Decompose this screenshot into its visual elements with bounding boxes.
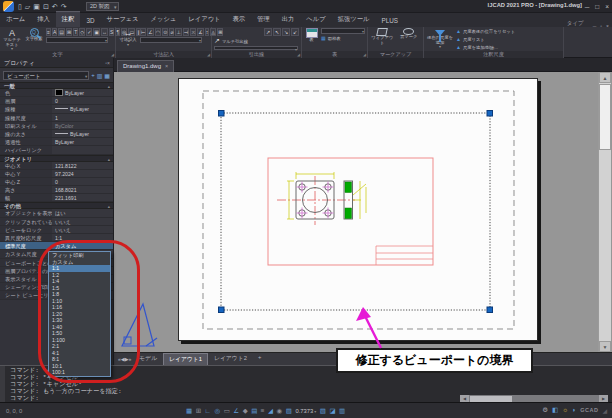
quick-select-icon[interactable]: +	[91, 72, 95, 79]
leader-tool-icon[interactable]: ↘	[282, 28, 290, 36]
status-toggle-icon[interactable]: ◢	[268, 406, 273, 416]
property-row[interactable]: 異尺度対応尺度 1:1	[0, 234, 113, 242]
ribbon-tab[interactable]: 注釈	[56, 11, 81, 27]
status-toggle-icon[interactable]: ∠	[233, 406, 239, 416]
property-row[interactable]: 中心 Z 0	[0, 178, 113, 186]
text-style-combo[interactable]	[46, 37, 108, 43]
ribbon-tab[interactable]: 出力	[276, 12, 301, 27]
app-logo-icon[interactable]	[3, 1, 14, 12]
viewport-boundary[interactable]	[221, 113, 490, 310]
scale-option[interactable]: 100:1	[49, 369, 110, 376]
annotation-scale-command[interactable]: ▲ 尺度を追加/削除...	[456, 44, 515, 51]
annotation-scale-command[interactable]: ▲ 尺度リスト	[456, 36, 515, 43]
ribbon-tab[interactable]: PLUS	[375, 14, 403, 27]
resize-grip-icon[interactable]: ◢	[602, 407, 607, 414]
mleader-style-combo[interactable]	[214, 46, 298, 50]
command-search[interactable]: タイプ	[567, 20, 584, 27]
dimension-tool-icon[interactable]: ⊣	[183, 28, 189, 36]
property-row[interactable]: ハイパーリンク	[0, 146, 113, 154]
scroll-down-icon[interactable]: ▼	[599, 341, 611, 352]
ribbon-tab[interactable]: 拡張ツール	[332, 12, 376, 27]
scroll-up-icon[interactable]: ▲	[599, 72, 611, 83]
property-row[interactable]: 高さ 168.8021	[0, 186, 113, 194]
section-header-misc[interactable]: その他▴	[0, 202, 113, 209]
property-row[interactable]: 透過性 ByLayer	[0, 138, 113, 146]
dialog-launcher-icon[interactable]: ◢	[297, 53, 300, 57]
property-row[interactable]: クリップされている いいえ	[0, 218, 113, 226]
layout-tab[interactable]: +	[253, 353, 266, 366]
section-header-general[interactable]: 一般▴	[0, 82, 113, 89]
dimension-tool-icon[interactable]: ⌀	[169, 28, 174, 36]
leader-tool-icon[interactable]: ↗	[264, 28, 272, 36]
revision-cloud-button[interactable]: 雲マーク	[397, 28, 422, 50]
text-tool-icon[interactable]: ▤	[58, 28, 65, 36]
property-row[interactable]: 標準尺度 カスタム	[0, 242, 113, 250]
dimension-tool-icon[interactable]: ∠	[147, 28, 153, 36]
dimension-button[interactable]: ↔ 寸法記入 ▾	[118, 28, 138, 50]
status-toggle-icon[interactable]: ∟	[205, 406, 211, 416]
status-utility-icon[interactable]: ◗	[572, 406, 576, 414]
ribbon-tab[interactable]: ヘルプ	[300, 12, 331, 27]
scrollbar-thumb[interactable]	[599, 84, 611, 150]
ribbon-tab[interactable]: 挿入	[31, 12, 56, 27]
status-toggle-icon[interactable]: ≡	[261, 406, 265, 416]
status-toggle-icon[interactable]: ◎	[214, 406, 220, 416]
text-find-button[interactable]: Q 文字検索	[24, 28, 44, 50]
ribbon-tab[interactable]: サーフェス	[100, 12, 144, 27]
status-toggle-icon[interactable]: ⊞	[196, 406, 201, 416]
status-utility-icon[interactable]: ◧	[552, 406, 558, 414]
status-utility-icon[interactable]: ⚙	[542, 406, 548, 414]
viewport-grip[interactable]	[487, 111, 493, 117]
property-row[interactable]: 印刷スタイル ByColor	[0, 122, 113, 130]
ribbon-tab[interactable]: 表示	[227, 12, 252, 27]
status-toggle-icon[interactable]: ▧	[320, 406, 326, 416]
status-toggle-icon[interactable]: ▭	[224, 406, 230, 416]
layout-tab[interactable]: モデル	[134, 353, 162, 366]
wipeout-button[interactable]: ワイプアウト	[370, 28, 395, 50]
status-toggle-icon[interactable]: ◆	[243, 406, 248, 416]
layout-tab[interactable]: レイアウト1	[163, 353, 208, 366]
dimension-tool-icon[interactable]: ⊢	[140, 28, 146, 36]
table-style-combo[interactable]	[321, 28, 365, 34]
property-row[interactable]: 中心 Y 97.2024	[0, 170, 113, 178]
dialog-launcher-icon[interactable]: ◢	[363, 53, 366, 57]
property-row[interactable]: 幅 221.1691	[0, 194, 113, 202]
ribbon-tab[interactable]: ホーム	[0, 12, 31, 27]
dimension-tool-icon[interactable]: ∡	[197, 28, 203, 36]
scroll-right-icon[interactable]: ▶	[599, 395, 608, 402]
quick-select-icon[interactable]: ▥	[97, 72, 103, 79]
leader-tool-icon[interactable]: ↖	[273, 28, 281, 36]
property-row[interactable]: ビューをロック いいえ	[0, 226, 113, 234]
ribbon-tab[interactable]: 3D	[80, 14, 100, 27]
window-control-button[interactable]: ─	[585, 3, 590, 10]
status-toggle-icon[interactable]: ▥	[339, 406, 345, 416]
status-toggle-icon[interactable]: ◪	[329, 406, 335, 416]
window-control-button[interactable]: ×	[605, 3, 609, 10]
status-toggle-icon[interactable]: ▤	[251, 406, 257, 416]
viewport-grip[interactable]	[487, 307, 493, 313]
quick-select-icon[interactable]: ▦	[104, 72, 110, 79]
dimension-tool-icon[interactable]: ◠	[155, 28, 161, 36]
text-tool-icon[interactable]: ↔	[101, 28, 108, 36]
document-tab[interactable]: Drawing1.dwg×	[117, 60, 174, 72]
drawing-canvas[interactable]: ▲ ▼	[114, 72, 612, 352]
dim-style-combo[interactable]	[140, 37, 202, 43]
ribbon-tab[interactable]: 管理	[251, 12, 276, 27]
object-type-combo[interactable]: ビューポート	[3, 71, 89, 80]
layout-tab[interactable]: レイアウト2	[209, 353, 252, 366]
palette-header-button[interactable]: ×	[107, 60, 110, 66]
viewport-grip[interactable]	[219, 111, 225, 117]
mtext-button[interactable]: A マルチテキスト ▾	[2, 28, 22, 50]
ribbon-tab[interactable]: レイアウト	[182, 12, 226, 27]
annotation-scale-command[interactable]: ▲ 尺度表現の位置をリセット	[456, 28, 515, 35]
dimension-tool-icon[interactable]: ≍	[190, 28, 196, 36]
add-current-scale-button[interactable]: 現在の尺度を追加 ▾	[426, 28, 454, 50]
horizontal-scrollbar[interactable]: ◀ ▶	[460, 395, 608, 402]
text-tool-icon[interactable]: ◇	[79, 28, 85, 36]
text-tool-icon[interactable]: T	[73, 28, 78, 36]
property-row[interactable]: 線の太さ ByLayer	[0, 130, 113, 138]
mleader-button[interactable]: ↗ マルチ引出線	[214, 37, 299, 45]
status-toggle-icon[interactable]: ◉	[277, 406, 283, 416]
leader-tool-icon[interactable]: ↙	[291, 28, 299, 36]
viewport-scale-indicator[interactable]: 0.7373	[295, 408, 316, 414]
